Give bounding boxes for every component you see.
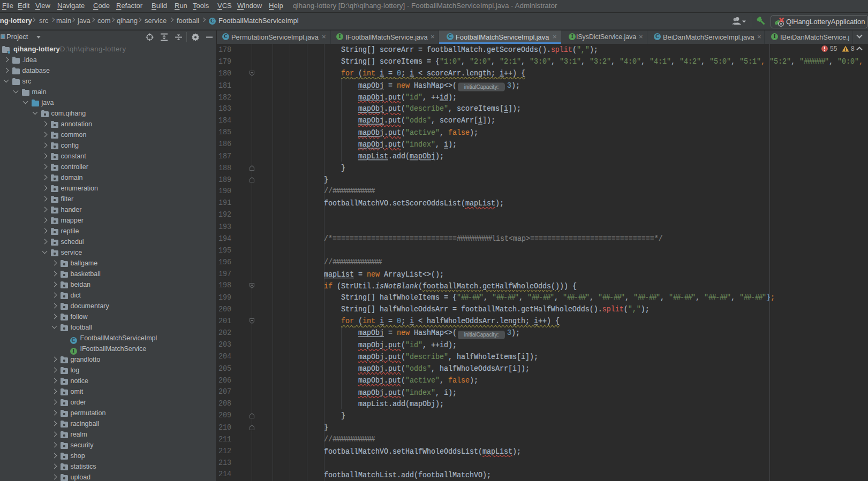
svg-text:55: 55 xyxy=(830,45,837,52)
svg-text:8: 8 xyxy=(851,45,855,52)
